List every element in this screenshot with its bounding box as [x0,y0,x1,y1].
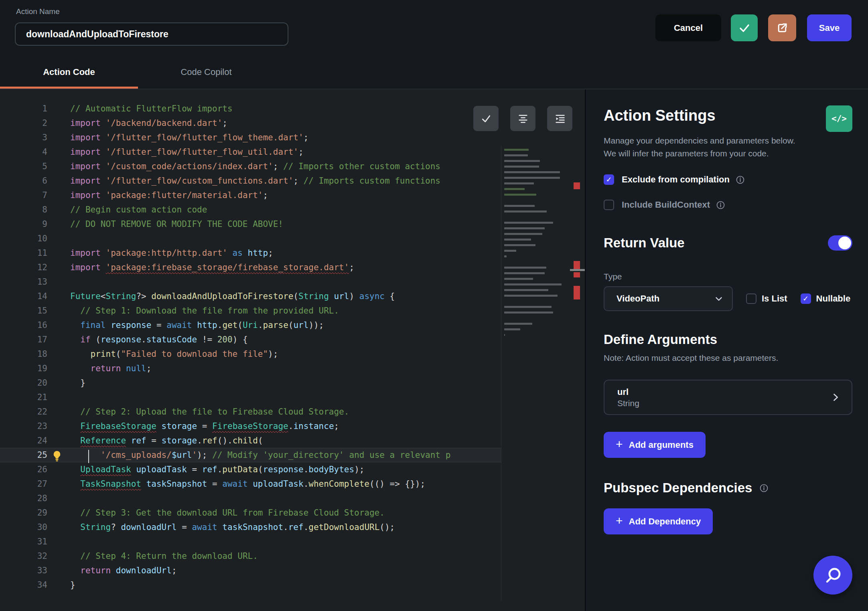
tab-action-code[interactable]: Action Code [0,55,138,89]
action-name-input[interactable] [15,22,288,46]
code-line[interactable]: 30 String? downloadUrl = await taskSnaps… [0,520,570,534]
code-line[interactable]: 3import '/flutter_flow/flutter_flow_them… [0,130,570,145]
argument-card-url[interactable]: url String [604,380,852,415]
minimap[interactable] [501,146,570,601]
save-button[interactable]: Save [807,14,852,41]
line-number: 3 [0,130,47,145]
minimap-line [504,283,562,285]
code-line[interactable]: 22 // Step 2: Upload the file to Firebas… [0,405,570,419]
line-number: 27 [0,477,47,491]
scrollbar[interactable] [570,89,585,611]
panel-subtitle: Manage your dependencies and parameters … [604,134,852,160]
check-code-button[interactable] [473,106,499,131]
code-line[interactable]: 18 print("Failed to download the file"); [0,347,570,361]
view-code-button[interactable]: </> [826,105,852,132]
code-text: import 'package:firebase_storage/firebas… [70,260,354,275]
code-line[interactable]: 16 final response = await http.get(Uri.p… [0,318,570,332]
code-line[interactable]: 25 '/cms_uploads/$url'); // Modify 'your… [0,448,570,462]
minimap-line [504,222,553,224]
indent-code-button[interactable] [547,106,572,131]
line-number: 28 [0,491,47,506]
line-number: 21 [0,390,47,405]
code-line[interactable]: 20 } [0,376,570,390]
confirm-button[interactable] [731,14,758,41]
code-text: '/cms_uploads/$url'); // Modify 'your_di… [70,448,450,462]
line-number: 18 [0,347,47,361]
minimap-line [504,334,505,336]
line-number: 12 [0,260,47,275]
code-text: TaskSnapshot taskSnapshot = await upload… [70,477,425,491]
info-icon[interactable] [716,200,725,210]
code-line[interactable]: 24 Reference ref = storage.ref().child( [0,433,570,448]
code-text: import 'package:http/http.dart' as http; [70,246,273,260]
panel-header: Action Settings </> [604,105,852,132]
code-line[interactable]: 26 UploadTask uploadTask = ref.putData(r… [0,462,570,477]
minimap-line [504,188,525,190]
code-line[interactable]: 6import '/flutter_flow/custom_functions.… [0,174,570,188]
format-code-button[interactable] [510,106,535,131]
code-line[interactable]: 10 [0,231,570,246]
code-line[interactable]: 21 [0,390,570,405]
code-line[interactable]: 8// Begin custom action code [0,202,570,217]
is-list-checkbox[interactable] [746,293,756,304]
code-line[interactable]: 17 if (response.statusCode != 200) { [0,332,570,347]
cancel-button[interactable]: Cancel [655,14,721,41]
flutterflow-action-editor: Action Name Cancel Save Action Code Code… [0,0,868,611]
tab-code-copilot[interactable]: Code Copilot [138,55,274,89]
minimap-line [504,272,545,274]
is-list-label: Is List [762,293,787,304]
add-dependency-button[interactable]: + Add Dependency [604,508,713,534]
code-text: final response = await http.get(Uri.pars… [70,318,324,332]
return-value-toggle[interactable] [828,235,852,251]
code-editor[interactable]: 1// Automatic FlutterFlow imports2import… [0,89,585,611]
code-text: UploadTask uploadTask = ref.putData(resp… [70,462,364,477]
line-number: 16 [0,318,47,332]
minimap-line [504,154,528,156]
code-text: if (response.statusCode != 200) { [70,332,248,347]
info-icon[interactable] [736,175,745,184]
type-dropdown[interactable]: VideoPath [604,286,733,311]
nullable-group: ✓ Nullable [801,293,851,304]
code-line[interactable]: 33 return downloadUrl; [0,563,570,578]
minimap-line [504,250,516,252]
code-line[interactable]: 15 // Step 1: Download the file from the… [0,303,570,318]
action-name-label: Action Name [16,7,60,16]
info-icon[interactable] [759,484,769,493]
code-line[interactable]: 32 // Step 4: Return the download URL. [0,549,570,563]
code-line[interactable]: 23 FirebaseStorage storage = FirebaseSto… [0,419,570,433]
line-number: 19 [0,361,47,376]
code-line[interactable]: 34} [0,578,570,592]
code-text: import 'package:flutter/material.dart'; [70,188,268,202]
text-cursor [88,450,89,463]
search-fab[interactable] [813,556,852,595]
code-line[interactable]: 14Future<String?> downloadAndUploadToFir… [0,289,570,303]
code-line[interactable]: 7import 'package:flutter/material.dart'; [0,188,570,202]
code-line[interactable]: 12import 'package:firebase_storage/fireb… [0,260,570,275]
code-icon: </> [831,114,847,123]
define-arguments-title: Define Arguments [604,332,852,347]
code-line[interactable]: 28 [0,491,570,506]
code-line[interactable]: 27 TaskSnapshot taskSnapshot = await upl… [0,477,570,491]
indent-icon [554,113,566,124]
include-buildcontext-checkbox[interactable] [604,200,614,210]
code-line[interactable]: 5import '/custom_code/actions/index.dart… [0,159,570,174]
pubspec-title: Pubspec Dependencies [604,480,752,496]
code-line[interactable]: 29 // Step 3: Get the download URL from … [0,506,570,520]
minimap-line [504,205,535,207]
plus-icon: + [616,515,623,527]
lightbulb-icon[interactable] [51,449,63,462]
code-line[interactable]: 4import '/flutter_flow/flutter_flow_util… [0,145,570,159]
editor-toolbar [473,106,572,131]
open-external-button[interactable] [768,14,796,41]
code-line[interactable]: 31 [0,534,570,549]
line-number: 22 [0,405,47,419]
line-number: 5 [0,159,47,174]
add-arguments-button[interactable]: + Add arguments [604,432,706,458]
exclude-compilation-checkbox[interactable]: ✓ [604,174,614,185]
add-arguments-label: Add arguments [629,440,694,450]
code-line[interactable]: 19 return null; [0,361,570,376]
code-line[interactable]: 13 [0,275,570,289]
nullable-checkbox[interactable]: ✓ [801,293,811,304]
code-line[interactable]: 11import 'package:http/http.dart' as htt… [0,246,570,260]
code-line[interactable]: 9// DO NOT REMOVE OR MODIFY THE CODE ABO… [0,217,570,231]
